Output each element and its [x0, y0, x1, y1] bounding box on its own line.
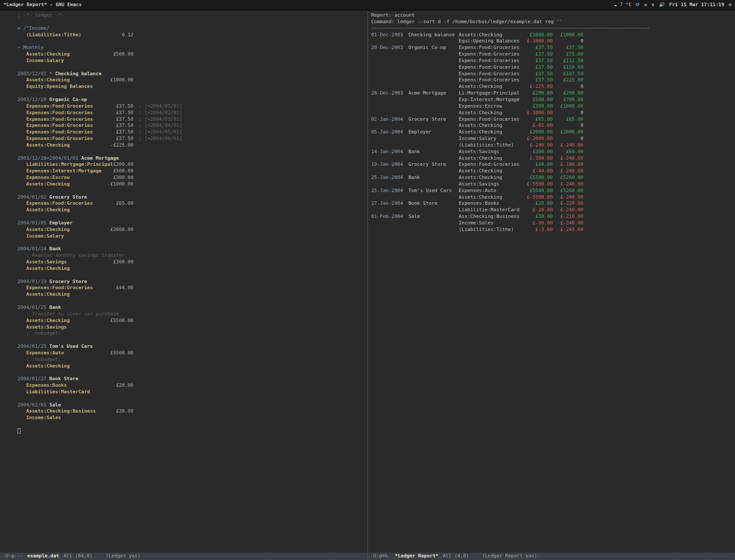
window-title: *Ledger Report* - GNU Emacs: [4, 2, 82, 8]
refresh-icon[interactable]: ⟳: [636, 2, 640, 8]
network-icon[interactable]: ⇅: [651, 2, 654, 8]
ledger-report-buffer[interactable]: Report: account Command: ledger --sort d…: [368, 10, 735, 552]
emacs-frame: ; -*- ledger -*- = /^Income/ (Liabilitie…: [0, 10, 735, 560]
text-cursor: [18, 428, 21, 434]
mail-icon[interactable]: ✉: [644, 2, 647, 8]
volume-icon[interactable]: 🔊: [659, 2, 665, 8]
modeline-right: -U:@%%- *Ledger Report* All (4,0) (Ledge…: [368, 552, 735, 560]
clock-label: Fri 15 Mar 17:11:19: [669, 2, 724, 8]
modeline-mode: (Ledger yas): [105, 553, 140, 560]
left-pane: ; -*- ledger -*- = /^Income/ (Liabilitie…: [0, 10, 368, 560]
settings-gear-icon[interactable]: ⚙: [728, 2, 732, 8]
modeline-mode: (Ledger Report yas): [482, 553, 537, 560]
modeline-buffer: example.dat: [27, 553, 59, 560]
modeline-fill: ----------------------------------------…: [537, 553, 732, 560]
cloud-icon: ☁: [614, 2, 617, 7]
modeline-position: All (4,0): [443, 553, 469, 560]
modeline-position: All (64,0): [63, 553, 92, 560]
system-tray: ☁ 7 °C ⟳ ✉ ⇅ 🔊 Fri 15 Mar 17:11:19 ⚙: [614, 2, 732, 8]
weather-temp: 7 °C: [620, 2, 632, 7]
weather-indicator: ☁ 7 °C: [614, 2, 632, 8]
modeline-buffer: *Ledger Report*: [395, 553, 438, 560]
modeline-status: -U:@%%-: [371, 553, 391, 560]
modeline-status: -U:@---: [3, 553, 23, 560]
modeline-fill: ----------------------------------------…: [140, 553, 365, 560]
ledger-source-buffer[interactable]: ; -*- ledger -*- = /^Income/ (Liabilitie…: [0, 10, 368, 552]
right-pane: Report: account Command: ledger --sort d…: [368, 10, 735, 560]
modeline-left: -U:@--- example.dat All (64,0) (Ledger y…: [0, 552, 368, 560]
desktop-topbar: *Ledger Report* - GNU Emacs ☁ 7 °C ⟳ ✉ ⇅…: [0, 0, 735, 10]
